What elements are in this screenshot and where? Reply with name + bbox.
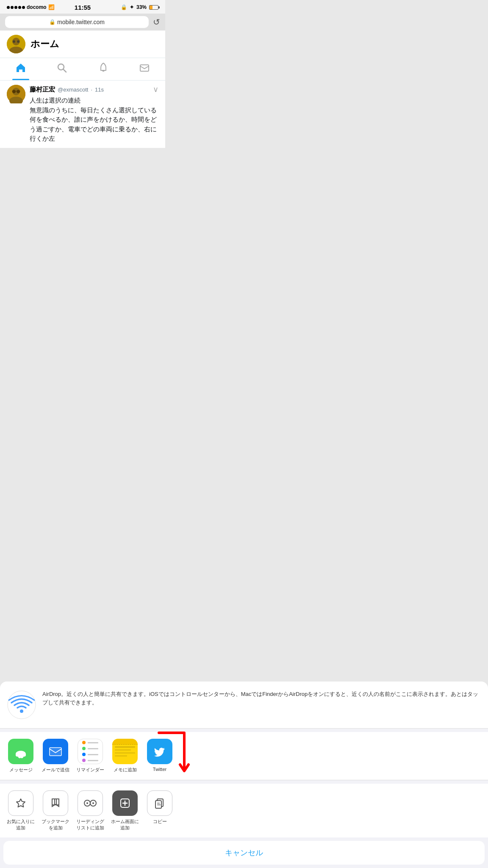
svg-point-3 <box>13 40 15 43</box>
tweet: 藤村正宏 @exmascott · 11s ∨ 人生は選択の連続 無意識のうちに… <box>0 81 165 148</box>
nav-tabs <box>0 58 165 81</box>
tweet-handle: @exmascott <box>58 86 88 93</box>
home-icon <box>15 62 26 76</box>
battery-icon <box>149 5 158 10</box>
signal-dots <box>7 6 25 9</box>
status-time: 11:55 <box>75 4 91 11</box>
tab-messages[interactable] <box>124 58 166 80</box>
status-bar: docomo 📶 11:55 🔒 ✦ 33% <box>0 0 165 14</box>
tweet-separator: · <box>91 86 92 93</box>
page-title: ホーム <box>30 38 59 50</box>
url-input[interactable]: 🔒 mobile.twitter.com <box>5 16 149 28</box>
bluetooth-icon: ✦ <box>130 4 134 10</box>
lock-status-icon: 🔒 <box>121 4 127 10</box>
tweet-user-line: 藤村正宏 @exmascott · 11s ∨ <box>30 85 158 94</box>
url-bar: 🔒 mobile.twitter.com ↺ <box>0 14 165 31</box>
carrier-label: docomo <box>27 4 47 10</box>
tweet-avatar <box>7 85 25 103</box>
svg-point-4 <box>17 40 19 43</box>
search-icon <box>56 62 67 76</box>
tweet-name: 藤村正宏 <box>30 86 55 94</box>
mail-icon <box>139 62 150 76</box>
url-lock-icon: 🔒 <box>49 19 55 25</box>
reload-button[interactable]: ↺ <box>153 17 160 27</box>
status-left: docomo 📶 <box>7 4 55 10</box>
svg-line-6 <box>64 70 67 72</box>
tab-home[interactable] <box>0 58 42 80</box>
svg-rect-13 <box>12 91 20 92</box>
tweet-chevron[interactable]: ∨ <box>153 85 158 94</box>
tweet-body: 藤村正宏 @exmascott · 11s ∨ 人生は選択の連続 無意識のうちに… <box>30 85 158 144</box>
wifi-icon: 📶 <box>48 4 55 10</box>
twitter-header: ホーム <box>0 31 165 58</box>
tab-notifications[interactable] <box>83 58 124 80</box>
tab-search[interactable] <box>42 58 83 80</box>
tweet-text: 人生は選択の連続 無意識のうちに、毎日たくさん選択している 何を食べるか、誰に声… <box>30 96 158 144</box>
svg-rect-7 <box>140 65 149 71</box>
url-text: mobile.twitter.com <box>57 19 105 25</box>
bell-icon <box>98 62 109 76</box>
battery-label: 33% <box>136 4 147 10</box>
user-avatar[interactable] <box>7 35 25 53</box>
tweet-time: 11s <box>95 86 104 93</box>
status-right: 🔒 ✦ 33% <box>121 4 158 10</box>
